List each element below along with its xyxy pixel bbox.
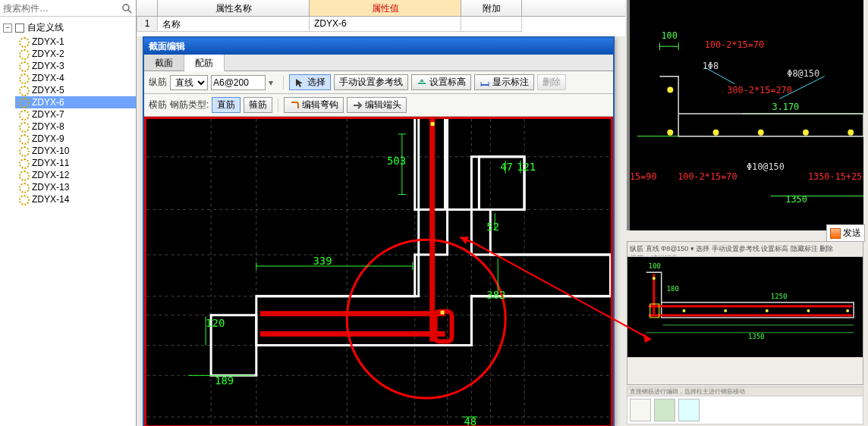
svg-point-73 <box>683 309 686 312</box>
svg-point-72 <box>653 277 656 280</box>
thumb-toolbar: 纵筋 直线 Φ8@150 ▾ 选择 手动设置参考线 设置标高 隐藏标注 删除横筋… <box>627 242 863 257</box>
hbar-label: 横筋 <box>149 99 167 111</box>
hook-icon <box>289 100 300 111</box>
col-value: 属性值 <box>310 0 461 16</box>
svg-text:100-2*15=70: 100-2*15=70 <box>678 171 737 182</box>
tree-item-zdyx-7[interactable]: ZDYX-7 <box>15 108 136 121</box>
stirrup-button[interactable]: 箍筋 <box>244 97 272 113</box>
dim-382: 382 <box>486 289 505 301</box>
svg-text:300-2*15=270: 300-2*15=270 <box>727 85 791 96</box>
tree-item-zdyx-3[interactable]: ZDYX-3 <box>15 60 136 72</box>
dialog-title-bar[interactable]: 截面编辑 <box>144 38 613 55</box>
tree-item-zdyx-4[interactable]: ZDYX-4 <box>15 72 136 84</box>
tab-rebar[interactable]: 配筋 <box>184 55 225 71</box>
tree-item-zdyx-6[interactable]: ZDYX-6 <box>15 96 136 108</box>
svg-text:1Φ8: 1Φ8 <box>703 61 719 71</box>
tree-item-label: ZDYX-14 <box>32 194 69 205</box>
toolbar-row-2: 横筋 钢筋类型: 直筋 箍筋 编辑弯钩 编辑端头 <box>144 94 613 117</box>
set-elevation-button[interactable]: 设置标高 <box>411 74 471 90</box>
cad-preview-panel[interactable]: 100 100-2*15=70 1Φ8 Φ8@150 300-2*15=270 … <box>627 0 863 230</box>
section-editor-dialog: 截面编辑 截面 配筋 纵筋 直线 ▾ 选择 手动设置参考线 设置标高 显示标注 … <box>143 36 615 426</box>
svg-point-74 <box>724 309 727 312</box>
straight-rebar-button[interactable]: 直筋 <box>212 97 241 113</box>
node-icon <box>18 158 29 168</box>
tree-root[interactable]: − 自定义线 <box>0 20 136 36</box>
dim-503: 503 <box>387 155 406 167</box>
edit-end-button[interactable]: 编辑端头 <box>347 97 407 113</box>
select-button[interactable]: 选择 <box>289 74 331 90</box>
properties-panel: 属性名称 属性值 附加 1 名称 ZDYX-6 <box>137 0 625 36</box>
tree-item-label: ZDYX-5 <box>32 85 64 96</box>
search-icon[interactable] <box>121 2 133 14</box>
mini-item[interactable] <box>678 399 700 421</box>
collapse-icon[interactable]: − <box>3 23 12 33</box>
col-name: 属性名称 <box>158 0 310 16</box>
mini-item[interactable] <box>654 399 675 421</box>
mini-item[interactable] <box>630 399 651 421</box>
svg-rect-27 <box>431 122 435 126</box>
tree-item-zdyx-2[interactable]: ZDYX-2 <box>15 48 136 60</box>
toolbar-row-1: 纵筋 直线 ▾ 选择 手动设置参考线 设置标高 显示标注 删除 <box>144 71 613 94</box>
search-input[interactable] <box>3 3 121 14</box>
delete-button[interactable]: 删除 <box>537 74 566 90</box>
dim-47: 47 <box>500 161 513 173</box>
show-dimension-button[interactable]: 显示标注 <box>474 74 534 90</box>
tree-item-zdyx-5[interactable]: ZDYX-5 <box>15 84 136 96</box>
edit-hook-button[interactable]: 编辑弯钩 <box>284 97 344 113</box>
dim-121: 121 <box>517 161 536 173</box>
properties-header: 属性名称 属性值 附加 <box>137 0 625 17</box>
tree-item-label: ZDYX-3 <box>32 61 64 71</box>
node-icon <box>18 61 29 71</box>
tree-item-zdyx-10[interactable]: ZDYX-10 <box>15 145 136 157</box>
send-button[interactable]: 发送 <box>826 224 865 242</box>
tree-item-zdyx-8[interactable]: ZDYX-8 <box>15 121 136 133</box>
node-icon <box>18 97 29 108</box>
row-num: 1 <box>137 17 158 32</box>
end-icon <box>352 100 363 111</box>
dimension-icon <box>480 77 490 88</box>
tree-item-zdyx-13[interactable]: ZDYX-13 <box>15 181 136 193</box>
tree-item-label: ZDYX-10 <box>32 146 69 156</box>
dim-52: 52 <box>486 221 499 233</box>
tree-item-label: ZDYX-12 <box>32 170 69 180</box>
node-icon <box>18 85 29 96</box>
svg-text:15=90: 15=90 <box>630 171 657 182</box>
tree-item-zdyx-11[interactable]: ZDYX-11 <box>15 157 136 169</box>
thumb-canvas[interactable]: 100 180 1250 1350 <box>627 257 863 357</box>
node-icon <box>18 133 29 144</box>
tab-section[interactable]: 截面 <box>144 55 184 70</box>
svg-text:180: 180 <box>667 285 679 293</box>
svg-text:Φ8@150: Φ8@150 <box>787 68 819 79</box>
dialog-title: 截面编辑 <box>149 40 185 53</box>
tree-item-zdyx-14[interactable]: ZDYX-14 <box>15 193 136 205</box>
rebar-spec-combo[interactable] <box>211 75 266 90</box>
thumbnail-panel: 纵筋 直线 Φ8@150 ▾ 选择 手动设置参考线 设置标高 隐藏标注 删除横筋… <box>627 241 863 385</box>
row-name: 名称 <box>158 17 310 32</box>
rebar-type-label: 钢筋类型: <box>170 99 209 111</box>
tree-item-label: ZDYX-6 <box>32 97 64 108</box>
dim-48: 48 <box>464 415 476 425</box>
dim-189: 189 <box>215 374 234 387</box>
node-icon <box>18 109 29 120</box>
vbar-label: 纵筋 <box>149 76 167 89</box>
svg-text:1350: 1350 <box>785 194 807 205</box>
thumb-footer <box>627 357 863 384</box>
elevation-icon <box>417 77 427 88</box>
svg-point-29 <box>347 240 505 398</box>
bottom-mini-panel: 直接钢筋进行编辑，选择柱主进行钢筋移动 <box>627 387 863 424</box>
table-row[interactable]: 1 名称 ZDYX-6 <box>137 17 625 32</box>
svg-point-49 <box>667 86 673 92</box>
tree-item-zdyx-12[interactable]: ZDYX-12 <box>15 169 136 181</box>
tree-item-zdyx-9[interactable]: ZDYX-9 <box>15 133 136 145</box>
cursor-icon <box>294 77 305 88</box>
tree-item-label: ZDYX-9 <box>32 133 64 144</box>
line-type-select[interactable]: 直线 <box>170 75 208 90</box>
folder-icon <box>15 23 24 33</box>
node-icon <box>18 146 29 156</box>
dropdown-icon[interactable]: ▾ <box>269 77 278 88</box>
manual-refline-button[interactable]: 手动设置参考线 <box>334 74 408 90</box>
row-value: ZDYX-6 <box>310 17 461 32</box>
tree-item-label: ZDYX-11 <box>32 158 69 168</box>
section-canvas[interactable]: 503 47 121 52 339 382 120 189 48 <box>144 117 613 426</box>
tree-item-zdyx-1[interactable]: ZDYX-1 <box>15 36 136 48</box>
